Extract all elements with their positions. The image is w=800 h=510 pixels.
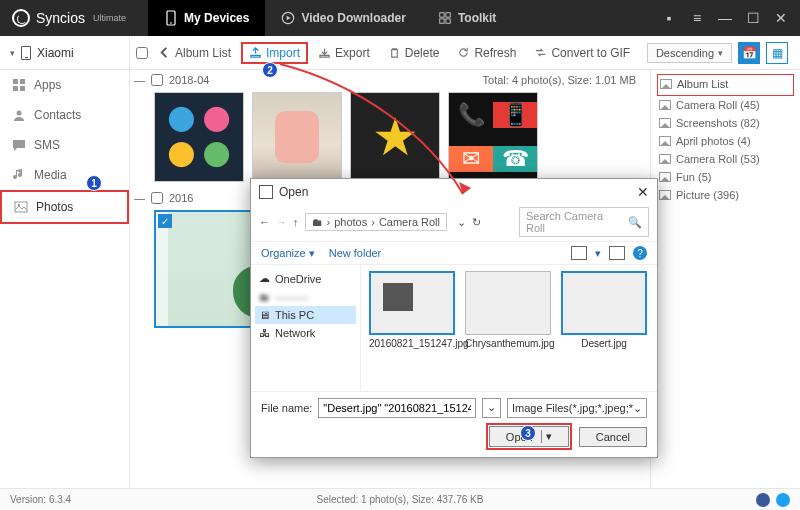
dialog-tree: ☁OneDrive 🖿——— 🖥This PC 🖧Network: [251, 265, 361, 391]
album-icon: [659, 154, 671, 164]
minimize-icon[interactable]: —: [718, 11, 732, 25]
import-icon: [249, 46, 262, 59]
sidebar-apps-label: Apps: [34, 78, 61, 92]
photo-thumb[interactable]: [154, 92, 244, 182]
filetype-filter[interactable]: Image Files(*.jpg;*.jpeg;*.png;*. ⌄: [507, 398, 647, 418]
view-grid-icon[interactable]: ▦: [766, 42, 788, 64]
cloud-icon: ☁: [259, 272, 270, 285]
collapse-icon[interactable]: —: [134, 192, 145, 204]
select-all-checkbox[interactable]: [136, 47, 148, 59]
photo-thumb[interactable]: 📞📱✉☎: [448, 92, 538, 182]
album-item[interactable]: Camera Roll (45): [657, 96, 794, 114]
refresh-button[interactable]: Refresh: [449, 42, 524, 64]
media-icon: [12, 168, 26, 182]
delete-button[interactable]: Delete: [380, 42, 448, 64]
app-brand: Syncios Ultimate: [0, 9, 138, 27]
chevron-down-icon[interactable]: ▾: [595, 247, 601, 260]
view-mode-icon[interactable]: [571, 246, 587, 260]
sidebar: Apps Contacts SMS Media Photos: [0, 70, 130, 488]
dialog-search[interactable]: Search Camera Roll 🔍: [519, 207, 649, 237]
facebook-icon[interactable]: [756, 493, 770, 507]
photo-thumb[interactable]: [350, 92, 440, 182]
crumb-parent: photos: [334, 216, 367, 228]
search-icon: 🔍: [628, 216, 642, 229]
device-selector[interactable]: ▾ Xiaomi: [0, 36, 130, 69]
notification-icon[interactable]: ▪: [662, 11, 676, 25]
tree-label: ———: [275, 291, 308, 303]
file-thumb: [369, 271, 455, 335]
menu-icon[interactable]: ≡: [690, 11, 704, 25]
tree-blurred[interactable]: 🖿———: [255, 288, 356, 306]
convert-gif-button[interactable]: Convert to GIF: [526, 42, 638, 64]
maximize-icon[interactable]: ☐: [746, 11, 760, 25]
sidebar-item-contacts[interactable]: Contacts: [0, 100, 129, 130]
tree-onedrive[interactable]: ☁OneDrive: [255, 269, 356, 288]
album-list-button[interactable]: Album List: [150, 42, 239, 64]
filename-input[interactable]: [318, 398, 476, 418]
dialog-close-icon[interactable]: ✕: [637, 184, 649, 200]
chevron-down-icon[interactable]: ▾: [541, 430, 552, 443]
album-label: April photos (4): [676, 135, 751, 147]
nav-up-icon[interactable]: ↑: [293, 216, 299, 228]
twitter-icon[interactable]: [776, 493, 790, 507]
new-folder-button[interactable]: New folder: [329, 247, 382, 259]
tab-toolkit-label: Toolkit: [458, 11, 496, 25]
nav-back-icon[interactable]: ←: [259, 216, 270, 228]
chevron-down-icon: ▾: [718, 48, 723, 58]
svg-rect-6: [446, 19, 450, 23]
section-checkbox[interactable]: [151, 74, 163, 86]
export-button[interactable]: Export: [310, 42, 378, 64]
sort-dropdown[interactable]: Descending ▾: [647, 43, 732, 63]
cancel-button[interactable]: Cancel: [579, 427, 647, 447]
folder-icon: 🖿: [259, 291, 270, 303]
sidebar-item-photos[interactable]: Photos: [0, 190, 129, 224]
sidebar-item-apps[interactable]: Apps: [0, 70, 129, 100]
window-controls: ▪ ≡ — ☐ ✕: [662, 11, 800, 25]
album-label: Picture (396): [676, 189, 739, 201]
album-label: Fun (5): [676, 171, 711, 183]
album-item[interactable]: Screenshots (82): [657, 114, 794, 132]
sidebar-item-sms[interactable]: SMS: [0, 130, 129, 160]
album-item[interactable]: Picture (396): [657, 186, 794, 204]
tree-label: OneDrive: [275, 273, 321, 285]
chevron-down-icon[interactable]: ⌄: [457, 216, 466, 229]
device-toolbar-row: ▾ Xiaomi Album List Import Export Delete…: [0, 36, 800, 70]
album-item[interactable]: Fun (5): [657, 168, 794, 186]
import-button[interactable]: Import: [241, 42, 308, 64]
svg-point-11: [17, 111, 22, 116]
preview-pane-icon[interactable]: [609, 246, 625, 260]
file-item[interactable]: Desert.jpg: [561, 271, 647, 349]
tab-video-downloader[interactable]: Video Downloader: [265, 0, 421, 36]
album-item[interactable]: Camera Roll (53): [657, 150, 794, 168]
tree-this-pc[interactable]: 🖥This PC: [255, 306, 356, 324]
tab-my-devices[interactable]: My Devices: [148, 0, 265, 36]
refresh-icon: [457, 46, 470, 59]
file-thumb: [561, 271, 647, 335]
collapse-icon[interactable]: —: [134, 74, 145, 86]
breadcrumb[interactable]: 🖿 › photos › Camera Roll: [305, 213, 448, 231]
tab-video-downloader-label: Video Downloader: [301, 11, 405, 25]
album-item[interactable]: April photos (4): [657, 132, 794, 150]
nav-forward-icon[interactable]: →: [276, 216, 287, 228]
folder-open-icon: [259, 185, 273, 199]
sort-controls: Descending ▾ 📅 ▦: [647, 42, 794, 64]
sidebar-item-media[interactable]: Media: [0, 160, 129, 190]
view-date-icon[interactable]: 📅: [738, 42, 760, 64]
album-panel-header[interactable]: Album List: [657, 74, 794, 96]
refresh-icon[interactable]: ↻: [472, 216, 481, 229]
organize-label: Organize: [261, 247, 306, 259]
album-panel: Album List Camera Roll (45) Screenshots …: [650, 70, 800, 488]
help-icon[interactable]: ?: [633, 246, 647, 260]
file-item[interactable]: 20160821_151247.jpg: [369, 271, 455, 349]
section-checkbox[interactable]: [151, 192, 163, 204]
export-icon: [318, 46, 331, 59]
organize-menu[interactable]: Organize ▾: [261, 247, 315, 260]
photo-thumb[interactable]: [252, 92, 342, 182]
brand-logo-icon: [12, 9, 30, 27]
pc-icon: 🖥: [259, 309, 270, 321]
tab-toolkit[interactable]: Toolkit: [422, 0, 512, 36]
chevron-down-icon[interactable]: ⌄: [482, 398, 501, 418]
tree-network[interactable]: 🖧Network: [255, 324, 356, 342]
file-item[interactable]: Chrysanthemum.jpg: [465, 271, 551, 349]
close-icon[interactable]: ✕: [774, 11, 788, 25]
